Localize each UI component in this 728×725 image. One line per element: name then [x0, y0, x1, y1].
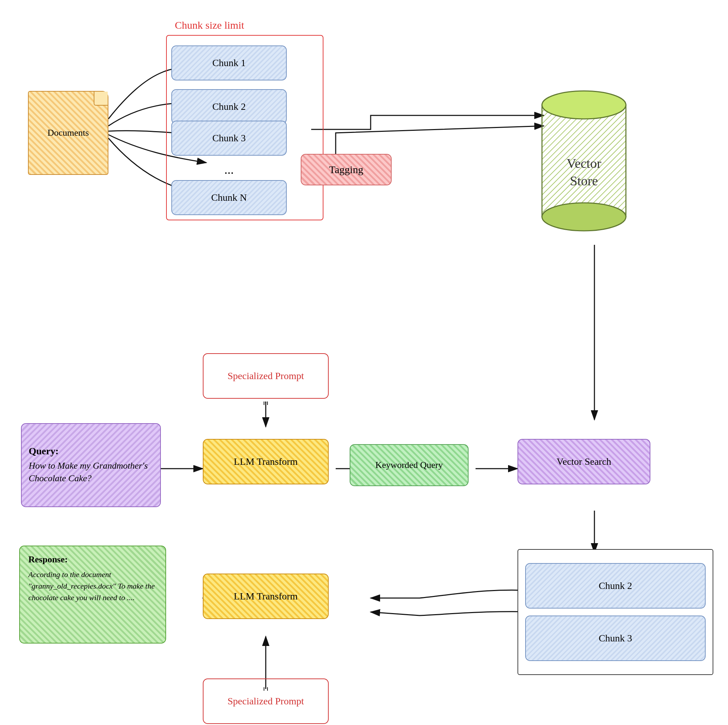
chunk3-box: Chunk 3: [171, 121, 287, 156]
doc-fold: [94, 92, 108, 106]
dots-box: ...: [171, 159, 287, 180]
chunk1-box: Chunk 1: [171, 46, 287, 80]
keyworded-query-box: Keyworded Query: [350, 444, 468, 486]
llm-transform1-box: LLM Transform: [203, 439, 329, 484]
vector-search-box: Vector Search: [517, 439, 650, 484]
chunk2-box: Chunk 2: [171, 89, 287, 124]
llm-transform2-box: LLM Transform: [203, 574, 329, 619]
specialized-prompt1-box: Specialized Prompt: [203, 353, 329, 399]
documents-label: Documents: [47, 128, 89, 138]
results-container: Chunk 2 Chunk 3: [517, 549, 713, 675]
svg-text:Store: Store: [570, 173, 598, 188]
response-box: Response: According to the document "gra…: [19, 546, 166, 644]
svg-point-5: [542, 91, 626, 119]
svg-text:Vector: Vector: [566, 156, 601, 171]
vector-store-svg: Vector Store: [535, 77, 633, 238]
query-box: Query: How to Make my Grandmother's Choc…: [21, 423, 161, 507]
chunk-size-label: Chunk size limit: [175, 19, 244, 31]
svg-point-6: [542, 203, 626, 231]
diagram-container: Chunk size limit Documents Chunk 1 Chunk…: [0, 0, 728, 725]
specialized-prompt2-box: Specialized Prompt: [203, 679, 329, 724]
chunk3b-box: Chunk 3: [525, 615, 706, 661]
chunkN-box: Chunk N: [171, 180, 287, 215]
tagging-box: Tagging: [301, 154, 392, 185]
documents-box: Documents: [28, 91, 109, 175]
chunk2b-box: Chunk 2: [525, 563, 706, 609]
